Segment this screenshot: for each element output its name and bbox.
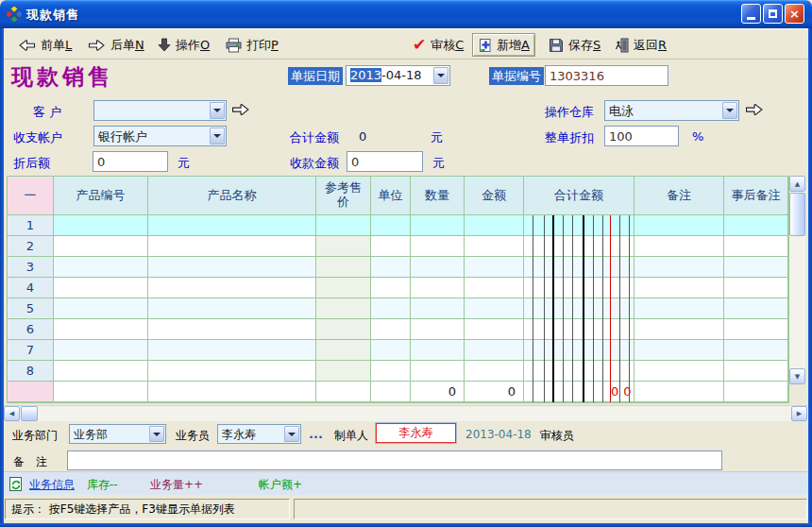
column-header[interactable]: 单位 bbox=[371, 177, 411, 214]
discount-input[interactable] bbox=[604, 126, 679, 146]
table-cell[interactable] bbox=[54, 340, 148, 360]
row-number[interactable]: 1 bbox=[8, 215, 54, 235]
table-cell[interactable] bbox=[411, 340, 465, 360]
row-number[interactable]: 5 bbox=[8, 298, 54, 318]
table-cell[interactable] bbox=[148, 236, 316, 256]
table-cell[interactable] bbox=[724, 236, 788, 256]
table-cell[interactable] bbox=[634, 361, 724, 381]
customer-combo[interactable] bbox=[93, 100, 227, 121]
table-cell[interactable] bbox=[371, 361, 411, 381]
table-cell[interactable] bbox=[148, 278, 316, 298]
window-titlebar[interactable]: 现款销售 × bbox=[0, 0, 812, 28]
table-cell[interactable] bbox=[634, 215, 724, 235]
table-cell[interactable] bbox=[465, 278, 524, 298]
table-cell[interactable] bbox=[54, 278, 148, 298]
table-cell[interactable] bbox=[634, 340, 724, 360]
warehouse-combo[interactable]: 电泳 bbox=[604, 100, 739, 121]
table-cell[interactable] bbox=[316, 236, 371, 256]
table-cell[interactable] bbox=[724, 319, 788, 339]
doc-number-input[interactable] bbox=[545, 65, 668, 86]
row-number[interactable]: 7 bbox=[8, 340, 54, 360]
table-cell[interactable] bbox=[371, 319, 411, 339]
table-cell[interactable] bbox=[148, 361, 316, 381]
maximize-button[interactable] bbox=[763, 4, 783, 24]
column-header[interactable]: 参考售价 bbox=[316, 177, 371, 214]
warehouse-lookup-hand-icon[interactable] bbox=[745, 102, 764, 117]
column-header[interactable]: 备注 bbox=[634, 177, 724, 214]
table-cell[interactable] bbox=[371, 236, 411, 256]
table-cell[interactable] bbox=[724, 257, 788, 277]
business-info-link[interactable]: 业务信息 bbox=[29, 477, 75, 493]
table-cell[interactable] bbox=[54, 361, 148, 381]
table-cell[interactable] bbox=[524, 319, 634, 339]
table-cell[interactable] bbox=[54, 236, 148, 256]
doc-date-dropdown-button[interactable] bbox=[433, 67, 448, 84]
table-cell[interactable] bbox=[724, 215, 788, 235]
remark-input[interactable] bbox=[67, 450, 722, 470]
table-cell[interactable] bbox=[465, 298, 524, 318]
table-cell[interactable] bbox=[524, 278, 634, 298]
column-header[interactable]: 产品名称 bbox=[148, 177, 316, 214]
table-cell[interactable] bbox=[524, 215, 634, 235]
table-cell[interactable] bbox=[411, 319, 465, 339]
table-cell[interactable] bbox=[634, 298, 724, 318]
scroll-left-button[interactable]: ◀ bbox=[4, 406, 20, 421]
grid-vertical-scrollbar[interactable]: ▲ ▼ bbox=[789, 176, 805, 384]
receipt-amount-input[interactable] bbox=[347, 151, 423, 172]
table-cell[interactable] bbox=[524, 257, 634, 277]
row-number[interactable]: 3 bbox=[8, 257, 54, 277]
account-combo[interactable]: 银行帐户 bbox=[93, 126, 227, 146]
table-cell[interactable] bbox=[634, 278, 724, 298]
table-cell[interactable] bbox=[465, 236, 524, 256]
table-cell[interactable] bbox=[148, 319, 316, 339]
salesperson-combo[interactable]: 李永寿 bbox=[217, 424, 301, 444]
return-button[interactable]: 返回R bbox=[610, 33, 671, 57]
table-cell[interactable] bbox=[524, 361, 634, 381]
table-cell[interactable] bbox=[316, 257, 371, 277]
table-cell[interactable] bbox=[524, 298, 634, 318]
table-cell[interactable] bbox=[148, 298, 316, 318]
table-cell[interactable] bbox=[54, 298, 148, 318]
account-dropdown-button[interactable] bbox=[210, 128, 225, 144]
table-cell[interactable] bbox=[634, 319, 724, 339]
scroll-up-button[interactable]: ▲ bbox=[789, 176, 805, 192]
new-button[interactable]: 新增A bbox=[472, 33, 535, 57]
table-cell[interactable] bbox=[411, 257, 465, 277]
table-cell[interactable] bbox=[371, 278, 411, 298]
table-cell[interactable] bbox=[411, 298, 465, 318]
row-number[interactable]: 2 bbox=[8, 236, 54, 256]
column-header[interactable]: 金额 bbox=[465, 177, 524, 214]
table-cell[interactable] bbox=[148, 257, 316, 277]
warehouse-dropdown-button[interactable] bbox=[722, 102, 737, 119]
table-cell[interactable] bbox=[465, 361, 524, 381]
save-button[interactable]: 保存S bbox=[544, 33, 605, 57]
more-options-button[interactable]: ... bbox=[309, 427, 323, 441]
vertical-scroll-thumb[interactable] bbox=[789, 193, 805, 236]
table-cell[interactable] bbox=[411, 236, 465, 256]
prev-doc-button[interactable]: 前单L bbox=[13, 33, 76, 57]
print-button[interactable]: 打印P bbox=[221, 33, 283, 57]
horizontal-scroll-thumb[interactable] bbox=[21, 406, 38, 421]
scroll-down-button[interactable]: ▼ bbox=[789, 368, 805, 384]
table-cell[interactable] bbox=[371, 215, 411, 235]
table-cell[interactable] bbox=[411, 278, 465, 298]
table-cell[interactable] bbox=[411, 215, 465, 235]
table-cell[interactable] bbox=[54, 319, 148, 339]
table-cell[interactable] bbox=[524, 236, 634, 256]
next-doc-button[interactable]: 后单N bbox=[83, 33, 149, 57]
department-combo[interactable]: 业务部 bbox=[69, 424, 166, 444]
table-cell[interactable] bbox=[316, 361, 371, 381]
table-cell[interactable] bbox=[54, 215, 148, 235]
column-header[interactable]: 数量 bbox=[411, 177, 465, 214]
table-cell[interactable] bbox=[724, 361, 788, 381]
table-cell[interactable] bbox=[465, 319, 524, 339]
table-cell[interactable] bbox=[465, 215, 524, 235]
close-button[interactable]: × bbox=[785, 4, 804, 24]
table-cell[interactable] bbox=[724, 278, 788, 298]
customer-dropdown-button[interactable] bbox=[210, 102, 225, 119]
table-cell[interactable] bbox=[148, 340, 316, 360]
table-cell[interactable] bbox=[724, 340, 788, 360]
row-number[interactable]: 4 bbox=[8, 278, 54, 298]
column-header[interactable]: 事后备注 bbox=[724, 177, 788, 214]
table-cell[interactable] bbox=[316, 298, 371, 318]
